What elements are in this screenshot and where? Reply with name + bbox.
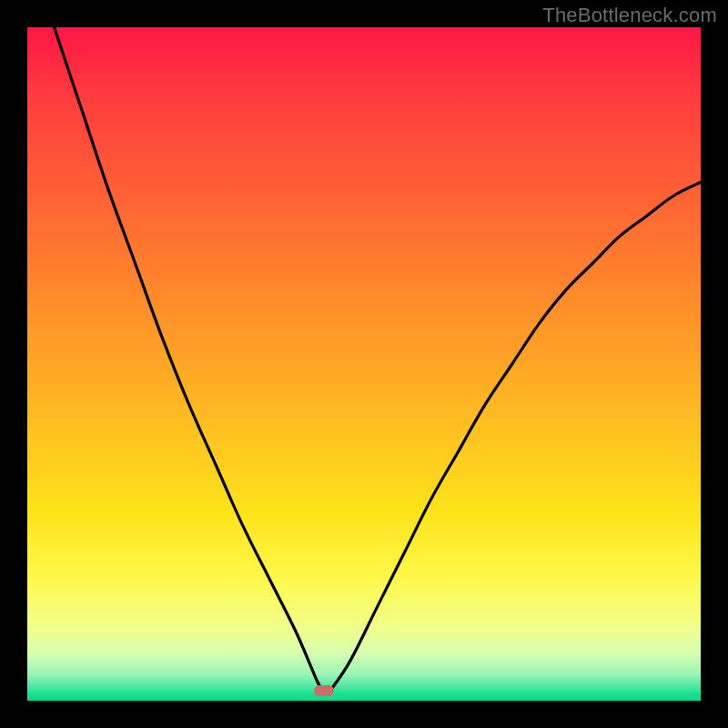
chart-frame: TheBottleneck.com: [0, 0, 728, 728]
watermark-text: TheBottleneck.com: [542, 4, 717, 27]
bottleneck-curve: [27, 27, 701, 701]
optimal-marker: [314, 685, 334, 696]
curve-left-branch: [55, 27, 324, 691]
curve-right-branch: [330, 182, 701, 691]
plot-area: [27, 27, 701, 701]
